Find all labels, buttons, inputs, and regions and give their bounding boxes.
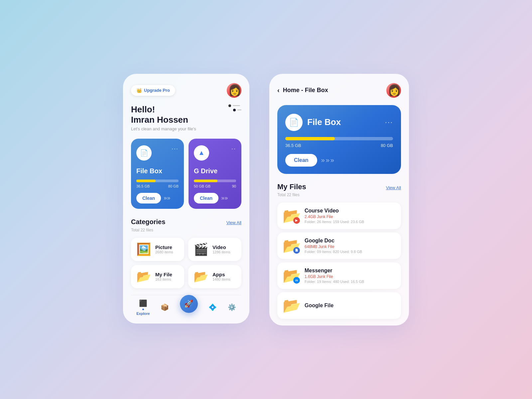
nav-settings[interactable]: ⚙️ [228, 303, 236, 311]
filter-icon[interactable] [228, 104, 241, 111]
gdrive-arrows-icon: »» [221, 195, 228, 201]
cat-apps[interactable]: 📂 Apps 1480 items [188, 265, 241, 288]
page-title: Home - File Box [283, 87, 328, 94]
rocket-icon: 🚀 [184, 300, 193, 308]
messenger-info: Messenger 1.6GB Junk File Folder: 19 Ite… [305, 268, 396, 284]
box-icon: 📦 [161, 303, 169, 311]
greeting-subtitle: Let's clean and manage your file's [131, 126, 241, 131]
cat-myfile-name: My File [155, 272, 172, 277]
filebox-main-clean-button[interactable]: Clean [285, 154, 317, 167]
greeting: Hello! Imran Hossen Let's clean and mana… [131, 104, 241, 131]
filebox-more-icon[interactable]: ··· [172, 145, 179, 152]
cat-picture-name: Picture [155, 244, 173, 250]
file-messenger[interactable]: 📂 m Messenger 1.6GB Junk File Folder: 19… [277, 262, 401, 289]
filebox-main-labels: 36.5 GB 80 GB [285, 143, 393, 148]
gdrive-used: 50 GB GB [194, 184, 210, 188]
storage-cards: 📄 ··· File Box 36.5 GB 80 GB Clean »» [131, 139, 241, 209]
filebox-clean-button[interactable]: Clean [136, 193, 161, 203]
filebox-main-used: 36.5 GB [285, 143, 301, 148]
cat-apps-name: Apps [212, 272, 230, 277]
google-doc-junk: 648MB Junk File [305, 244, 396, 249]
gdrive-total: 90 [232, 184, 236, 188]
filebox-actions: Clean »»» [285, 154, 393, 167]
course-video-junk: 2.4GB Junk File [305, 214, 396, 219]
gdrive-more-icon[interactable]: ·· [231, 145, 236, 152]
app-container: 👑 Upgrade Pro Hello! Imran Hossen Let's … [110, 61, 422, 339]
messenger-junk: 1.6GB Junk File [305, 274, 396, 279]
filebox-chevrons-icon: »»» [321, 156, 335, 164]
apps-folder-icon: 📂 [194, 270, 208, 284]
screen-filebox: ‹ Home - File Box 📄 File Box ··· 36.5 GB… [269, 74, 409, 326]
filebox-main-card: 📄 File Box ··· 36.5 GB 80 GB Clean »»» [277, 105, 401, 174]
cat-picture[interactable]: 🖼️ Picture 2680 items [131, 238, 184, 261]
filebox-options-icon[interactable]: ··· [385, 118, 393, 127]
google-file-info: Google File [305, 303, 396, 309]
my-files-header: My Files View All [277, 183, 401, 191]
filebox-card-icon: 📄 [136, 145, 152, 161]
gdrive-clean-wrap: Clean »» [194, 193, 236, 203]
course-video-icon-wrap: 📂 ▶ [283, 207, 300, 224]
filebox-main-total: 80 GB [381, 143, 393, 148]
upgrade-pro-button[interactable]: 👑 Upgrade Pro [131, 85, 175, 96]
google-doc-badge: 📄 [293, 247, 300, 254]
filebox-main-bar-fill [285, 137, 335, 140]
filebox-bar-fill [136, 180, 156, 182]
messenger-badge: m [293, 277, 300, 284]
picture-folder-icon: 🖼️ [136, 242, 151, 256]
nav-explore[interactable]: ⬛ Explore [136, 299, 150, 316]
gdrive-card-icon: ▲ [194, 145, 209, 161]
filebox-main-title: File Box [307, 117, 341, 127]
gdrive-storage-labels: 50 GB GB 90 [194, 184, 236, 188]
file-google-doc[interactable]: 📂 📄 Google Doc 648MB Junk File Folder: 0… [277, 232, 401, 259]
my-files-view-all[interactable]: View All [386, 185, 401, 190]
gdrive-clean-button[interactable]: Clean [194, 193, 218, 203]
filebox-main-bar [285, 137, 393, 140]
course-video-name: Course Video [305, 208, 396, 214]
screen1-header: 👑 Upgrade Pro [131, 83, 241, 98]
gear-icon: ⚙️ [228, 303, 236, 311]
hello-text: Hello! [131, 104, 241, 115]
filebox-card-title: File Box [136, 167, 179, 175]
back-nav: ‹ Home - File Box [277, 86, 328, 94]
my-files-title: My Files [277, 183, 306, 191]
cat-video[interactable]: 🎬 Video 1286 items [188, 238, 241, 261]
explore-icon: ⬛ [139, 299, 147, 307]
gdrive-card-title: G Drive [194, 167, 236, 175]
cat-myfile[interactable]: 📂 My File 163 items [131, 265, 184, 288]
course-video-meta: Folder: 26 Items: 159 Used: 23.6 GB [305, 220, 396, 224]
categories-header: Categories View All [131, 218, 241, 226]
nav-box[interactable]: 📦 [161, 303, 169, 311]
nav-diamond[interactable]: 💠 [208, 303, 217, 311]
messenger-name: Messenger [305, 268, 396, 274]
filebox-main-icon: 📄 [285, 114, 303, 131]
google-file-name: Google File [305, 303, 396, 309]
categories-section: Categories View All Total 22 files 🖼️ Pi… [131, 218, 241, 288]
file-course-video[interactable]: 📂 ▶ Course Video 2.4GB Junk File Folder:… [277, 202, 401, 229]
messenger-meta: Folder: 19 Items: 480 Used: 16.5 GB [305, 280, 396, 284]
file-google-file[interactable]: 📂 Google File [277, 292, 401, 319]
diamond-icon: 💠 [208, 303, 217, 311]
video-folder-icon: 🎬 [194, 242, 208, 256]
back-button[interactable]: ‹ [277, 86, 280, 94]
course-video-info: Course Video 2.4GB Junk File Folder: 26 … [305, 208, 396, 224]
filebox-storage-labels: 36.5 GB 80 GB [136, 184, 179, 188]
cat-video-count: 1286 items [212, 250, 230, 254]
avatar-screen2[interactable] [386, 83, 401, 98]
upgrade-label: Upgrade Pro [144, 88, 170, 93]
cat-myfile-count: 163 items [155, 277, 172, 281]
file-list: 📂 ▶ Course Video 2.4GB Junk File Folder:… [277, 202, 401, 326]
cat-apps-count: 1480 items [212, 277, 230, 281]
crown-icon: 👑 [136, 88, 142, 93]
cat-picture-count: 2680 items [155, 250, 173, 254]
bottom-nav: ⬛ Explore 📦 🚀 💠 ⚙️ [131, 295, 241, 316]
fab-button[interactable]: 🚀 [180, 295, 198, 313]
my-files-section: My Files View All Total 22 files 📂 ▶ Cou… [277, 183, 401, 326]
filebox-bar [136, 180, 179, 182]
cat-video-name: Video [212, 244, 230, 250]
filebox-card: 📄 ··· File Box 36.5 GB 80 GB Clean »» [131, 139, 184, 209]
gdrive-card: ▲ ·· G Drive 50 GB GB 90 Clean »» [189, 139, 241, 209]
avatar[interactable] [227, 83, 241, 98]
messenger-icon-wrap: 📂 m [283, 267, 300, 284]
categories-view-all[interactable]: View All [226, 220, 241, 225]
screen-home: 👑 Upgrade Pro Hello! Imran Hossen Let's … [123, 74, 249, 324]
